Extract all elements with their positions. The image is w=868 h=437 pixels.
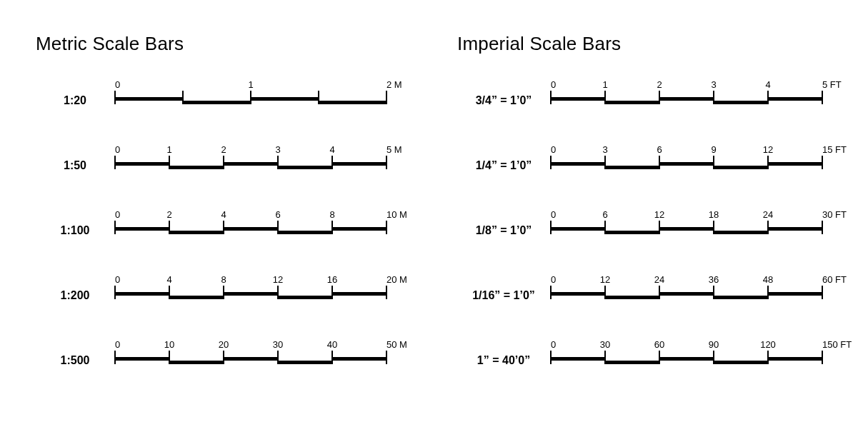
svg-rect-40 (278, 296, 332, 299)
tick-label: 10 (164, 339, 174, 350)
metric-ratio-label: 1:500 (36, 354, 114, 368)
tick-label: 0 (551, 339, 556, 350)
tick-label: 2 (657, 79, 662, 90)
tick-label: 48 (763, 274, 773, 285)
svg-rect-39 (224, 292, 278, 296)
tick-label: 0 (115, 339, 120, 350)
tick-label: 1 (166, 144, 171, 155)
svg-rect-50 (224, 357, 278, 361)
tick-label: 0 (115, 79, 120, 90)
unit-label: FT (835, 274, 847, 285)
tick-label: 4 (221, 209, 226, 220)
scale-row: 1/16” = 1’0”01224364860 FT (457, 276, 857, 303)
scale-bar-svg (114, 221, 387, 236)
scale-bar: 048121620 M (114, 276, 407, 303)
tick-label: 36 (709, 274, 719, 285)
tick-label: 2 (221, 144, 226, 155)
svg-rect-37 (115, 292, 169, 296)
svg-rect-74 (768, 162, 822, 166)
svg-rect-104 (605, 361, 659, 364)
svg-rect-29 (278, 231, 332, 234)
tick-label: 60 (654, 339, 664, 350)
tick-label: 12 (273, 274, 283, 285)
tick-label: 1 (248, 79, 253, 90)
tick-label: 20 M (386, 274, 407, 285)
tick-label: 3 (711, 79, 716, 90)
unit-label: M (399, 339, 407, 350)
svg-rect-15 (115, 162, 169, 166)
svg-rect-49 (169, 361, 224, 364)
unit-label: M (394, 144, 402, 155)
tick-label: 30 (600, 339, 610, 350)
tick-label: 12 (654, 209, 664, 220)
scale-bar-svg (550, 286, 823, 301)
svg-rect-72 (659, 162, 714, 166)
svg-rect-28 (224, 227, 278, 231)
svg-rect-19 (332, 162, 386, 166)
tick-label: 16 (327, 274, 337, 285)
scale-bar: 0246810 M (114, 211, 407, 238)
imperial-ratio-label: 1” = 40’0” (457, 354, 550, 368)
imperial-ratio-label: 1/16” = 1’0” (457, 289, 550, 303)
tick-label: 60 FT (822, 274, 847, 285)
imperial-ratio-label: 1/4” = 1’0” (457, 159, 550, 174)
svg-rect-7 (251, 97, 319, 101)
scale-bar: 0612182430 FT (550, 211, 843, 238)
svg-rect-94 (659, 292, 714, 296)
tick-label: 30 (273, 339, 283, 350)
tick-label: 2 (166, 209, 171, 220)
tick-label: 30 FT (822, 209, 847, 220)
scale-row: 1:50001020304050 M (36, 341, 421, 368)
svg-rect-59 (551, 97, 605, 101)
scale-row: 1:1000246810 M (36, 211, 421, 238)
svg-rect-85 (768, 227, 822, 231)
scale-bar: 0306090120150 FT (550, 341, 843, 368)
imperial-column: Imperial Scale Bars 3/4” = 1’0”012345 FT… (457, 33, 857, 368)
unit-label: FT (835, 144, 847, 155)
tick-label: 0 (115, 274, 120, 285)
scale-bar-svg (550, 156, 823, 171)
svg-rect-70 (551, 162, 605, 166)
tick-label: 18 (709, 209, 719, 220)
tick-label: 4 (765, 79, 770, 90)
svg-rect-82 (605, 231, 659, 234)
scale-bar-svg (114, 351, 387, 366)
tick-label: 0 (551, 209, 556, 220)
tick-label: 12 (763, 144, 773, 155)
scale-bar-svg (114, 91, 387, 106)
svg-rect-103 (551, 357, 605, 361)
unit-label: M (399, 274, 407, 285)
svg-rect-84 (714, 231, 768, 234)
imperial-rows: 3/4” = 1’0”012345 FT1/4” = 1’0”03691215 … (457, 81, 857, 368)
tick-label: 4 (166, 274, 171, 285)
svg-rect-5 (115, 97, 183, 101)
svg-rect-73 (714, 166, 768, 169)
svg-rect-63 (768, 97, 822, 101)
metric-ratio-label: 1:100 (36, 224, 114, 238)
tick-label: 50 M (386, 339, 407, 350)
tick-label: 90 (709, 339, 719, 350)
unit-label: FT (835, 209, 847, 220)
tick-label: 24 (763, 209, 773, 220)
scale-bar-svg (550, 221, 823, 236)
tick-label: 12 (600, 274, 610, 285)
imperial-ratio-label: 1/8” = 1’0” (457, 224, 550, 238)
tick-label: 15 FT (822, 144, 847, 155)
scale-row: 1:200048121620 M (36, 276, 421, 303)
svg-rect-95 (714, 296, 768, 299)
svg-rect-81 (551, 227, 605, 231)
svg-rect-105 (659, 357, 714, 361)
unit-label: FT (830, 79, 842, 90)
columns: Metric Scale Bars 1:20012 M1:50012345 M1… (36, 33, 839, 368)
svg-rect-60 (605, 101, 659, 104)
unit-label: M (399, 209, 407, 220)
scale-bar: 01020304050 M (114, 341, 407, 368)
tick-label: 0 (115, 144, 120, 155)
tick-label: 8 (221, 274, 226, 285)
tick-label: 0 (551, 79, 556, 90)
svg-rect-30 (332, 227, 386, 231)
tick-label: 6 (275, 209, 280, 220)
scale-bar-svg (114, 156, 387, 171)
tick-label: 20 (219, 339, 229, 350)
tick-label: 0 (115, 209, 120, 220)
